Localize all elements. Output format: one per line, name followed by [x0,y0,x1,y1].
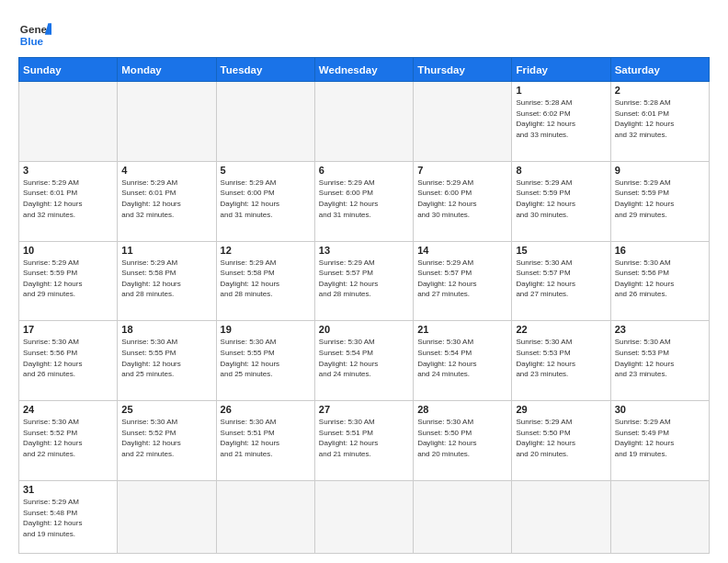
calendar-cell: 17Sunrise: 5:30 AM Sunset: 5:56 PM Dayli… [19,321,118,401]
day-info: Sunrise: 5:29 AM Sunset: 5:59 PM Dayligh… [615,178,705,220]
calendar-cell: 13Sunrise: 5:29 AM Sunset: 5:57 PM Dayli… [314,241,413,321]
day-number: 12 [221,245,311,256]
day-info: Sunrise: 5:30 AM Sunset: 5:54 PM Dayligh… [417,337,507,379]
calendar-cell [314,480,413,553]
day-number: 26 [221,404,311,415]
day-number: 13 [319,245,409,256]
day-info: Sunrise: 5:29 AM Sunset: 6:00 PM Dayligh… [221,178,311,220]
weekday-header-wednesday: Wednesday [314,58,413,82]
day-number: 6 [319,165,409,176]
calendar-cell [118,82,216,162]
day-number: 8 [516,165,606,176]
day-info: Sunrise: 5:30 AM Sunset: 5:51 PM Dayligh… [221,417,311,459]
calendar-cell: 19Sunrise: 5:30 AM Sunset: 5:55 PM Dayli… [216,321,314,401]
svg-text:Blue: Blue [20,35,44,47]
day-number: 11 [121,245,211,256]
calendar-cell: 11Sunrise: 5:29 AM Sunset: 5:58 PM Dayli… [118,241,216,321]
day-info: Sunrise: 5:29 AM Sunset: 5:49 PM Dayligh… [615,417,705,459]
day-number: 10 [23,245,113,256]
logo: General Blue [18,17,57,50]
day-info: Sunrise: 5:29 AM Sunset: 5:59 PM Dayligh… [23,258,113,300]
day-info: Sunrise: 5:30 AM Sunset: 5:55 PM Dayligh… [121,337,211,379]
page-header: General Blue [18,17,710,50]
calendar-cell: 14Sunrise: 5:29 AM Sunset: 5:57 PM Dayli… [414,241,512,321]
day-number: 18 [121,324,211,335]
calendar-cell [216,480,314,553]
week-row-4: 17Sunrise: 5:30 AM Sunset: 5:56 PM Dayli… [19,321,710,401]
day-number: 21 [417,324,507,335]
day-info: Sunrise: 5:28 AM Sunset: 6:02 PM Dayligh… [516,98,606,140]
day-number: 29 [516,404,606,415]
calendar-cell: 31Sunrise: 5:29 AM Sunset: 5:48 PM Dayli… [19,480,118,553]
day-info: Sunrise: 5:30 AM Sunset: 5:56 PM Dayligh… [615,258,705,300]
day-info: Sunrise: 5:29 AM Sunset: 5:58 PM Dayligh… [221,258,311,300]
day-info: Sunrise: 5:29 AM Sunset: 5:59 PM Dayligh… [516,178,606,220]
day-info: Sunrise: 5:29 AM Sunset: 6:01 PM Dayligh… [23,178,113,220]
calendar-cell [216,82,314,162]
calendar-cell [414,480,512,553]
calendar-cell: 2Sunrise: 5:28 AM Sunset: 6:01 PM Daylig… [610,82,709,162]
day-info: Sunrise: 5:29 AM Sunset: 6:01 PM Dayligh… [121,178,211,220]
weekday-header-saturday: Saturday [610,58,709,82]
calendar-cell: 10Sunrise: 5:29 AM Sunset: 5:59 PM Dayli… [19,241,118,321]
calendar-cell: 25Sunrise: 5:30 AM Sunset: 5:52 PM Dayli… [118,401,216,481]
calendar-cell: 22Sunrise: 5:30 AM Sunset: 5:53 PM Dayli… [512,321,610,401]
weekday-header-tuesday: Tuesday [216,58,314,82]
day-number: 19 [221,324,311,335]
calendar-table: SundayMondayTuesdayWednesdayThursdayFrid… [18,57,710,554]
calendar-cell: 7Sunrise: 5:29 AM Sunset: 6:00 PM Daylig… [414,161,512,241]
day-number: 4 [121,165,211,176]
day-info: Sunrise: 5:30 AM Sunset: 5:51 PM Dayligh… [319,417,409,459]
calendar-cell: 23Sunrise: 5:30 AM Sunset: 5:53 PM Dayli… [610,321,709,401]
day-number: 1 [516,85,606,96]
day-number: 5 [221,165,311,176]
calendar-cell: 3Sunrise: 5:29 AM Sunset: 6:01 PM Daylig… [19,161,118,241]
day-info: Sunrise: 5:28 AM Sunset: 6:01 PM Dayligh… [615,98,705,140]
calendar-cell: 5Sunrise: 5:29 AM Sunset: 6:00 PM Daylig… [216,161,314,241]
calendar-cell: 18Sunrise: 5:30 AM Sunset: 5:55 PM Dayli… [118,321,216,401]
day-info: Sunrise: 5:30 AM Sunset: 5:52 PM Dayligh… [121,417,211,459]
weekday-header-row: SundayMondayTuesdayWednesdayThursdayFrid… [19,58,710,82]
day-info: Sunrise: 5:30 AM Sunset: 5:53 PM Dayligh… [615,337,705,379]
weekday-header-friday: Friday [512,58,610,82]
logo-icon: General Blue [18,17,51,50]
day-info: Sunrise: 5:30 AM Sunset: 5:56 PM Dayligh… [23,337,113,379]
week-row-2: 3Sunrise: 5:29 AM Sunset: 6:01 PM Daylig… [19,161,710,241]
calendar-cell: 8Sunrise: 5:29 AM Sunset: 5:59 PM Daylig… [512,161,610,241]
day-number: 28 [417,404,507,415]
calendar-cell: 6Sunrise: 5:29 AM Sunset: 6:00 PM Daylig… [314,161,413,241]
day-info: Sunrise: 5:29 AM Sunset: 5:50 PM Dayligh… [516,417,606,459]
weekday-header-monday: Monday [118,58,216,82]
day-number: 9 [615,165,705,176]
day-info: Sunrise: 5:29 AM Sunset: 5:48 PM Dayligh… [23,497,113,539]
day-info: Sunrise: 5:30 AM Sunset: 5:57 PM Dayligh… [516,258,606,300]
day-info: Sunrise: 5:29 AM Sunset: 5:58 PM Dayligh… [121,258,211,300]
calendar-cell: 24Sunrise: 5:30 AM Sunset: 5:52 PM Dayli… [19,401,118,481]
day-number: 7 [417,165,507,176]
day-number: 25 [121,404,211,415]
day-number: 2 [615,85,705,96]
day-number: 31 [23,484,113,495]
day-number: 17 [23,324,113,335]
calendar-cell [314,82,413,162]
calendar-cell [118,480,216,553]
calendar-cell: 4Sunrise: 5:29 AM Sunset: 6:01 PM Daylig… [118,161,216,241]
week-row-1: 1Sunrise: 5:28 AM Sunset: 6:02 PM Daylig… [19,82,710,162]
day-number: 23 [615,324,705,335]
calendar-cell: 28Sunrise: 5:30 AM Sunset: 5:50 PM Dayli… [414,401,512,481]
calendar-cell: 12Sunrise: 5:29 AM Sunset: 5:58 PM Dayli… [216,241,314,321]
calendar-cell: 1Sunrise: 5:28 AM Sunset: 6:02 PM Daylig… [512,82,610,162]
calendar-cell: 20Sunrise: 5:30 AM Sunset: 5:54 PM Dayli… [314,321,413,401]
week-row-3: 10Sunrise: 5:29 AM Sunset: 5:59 PM Dayli… [19,241,710,321]
day-info: Sunrise: 5:29 AM Sunset: 6:00 PM Dayligh… [319,178,409,220]
day-number: 3 [23,165,113,176]
week-row-6: 31Sunrise: 5:29 AM Sunset: 5:48 PM Dayli… [19,480,710,553]
calendar-cell: 15Sunrise: 5:30 AM Sunset: 5:57 PM Dayli… [512,241,610,321]
day-number: 22 [516,324,606,335]
calendar-cell: 29Sunrise: 5:29 AM Sunset: 5:50 PM Dayli… [512,401,610,481]
calendar-cell: 26Sunrise: 5:30 AM Sunset: 5:51 PM Dayli… [216,401,314,481]
day-number: 27 [319,404,409,415]
day-number: 24 [23,404,113,415]
calendar-cell [414,82,512,162]
weekday-header-sunday: Sunday [19,58,118,82]
